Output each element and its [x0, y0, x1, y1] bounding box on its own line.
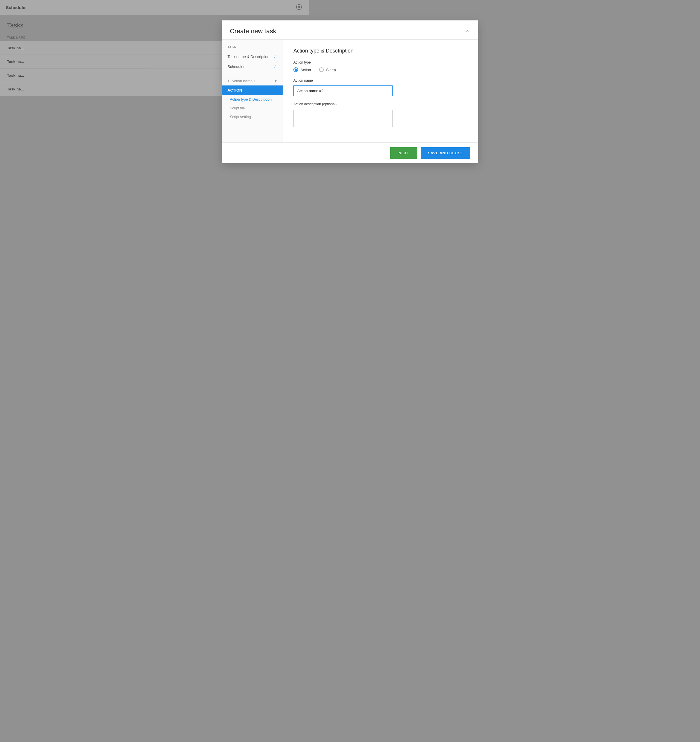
sidebar-item-label: Task name & Description [227, 54, 270, 59]
action-name-input[interactable] [293, 85, 309, 96]
modal-main-content: Action type & Desctription Action type A… [283, 40, 309, 142]
sidebar-sub-item-script-setting[interactable]: Script setting [222, 113, 283, 121]
sidebar-item-action[interactable]: ACTION [222, 85, 283, 95]
action-group-label: 1. Action name 1 [227, 79, 256, 83]
radio-action-circle [293, 68, 298, 72]
action-type-radio-group: Action Sleep [293, 68, 309, 72]
action-description-section: Action description (optional) [293, 102, 309, 128]
sidebar-sub-item-script-file[interactable]: Script file [222, 104, 283, 113]
sidebar-sub-item-action-type[interactable]: Action type & Desctription [222, 95, 283, 104]
create-task-modal: Create new task × TASK Task name & Descr… [222, 21, 309, 163]
modal-header: Create new task × [222, 21, 309, 40]
sidebar-sub-label: Action type & Desctription [230, 97, 271, 102]
check-icon: ✓ [273, 54, 277, 59]
action-type-label: Action type [293, 60, 309, 65]
content-title: Action type & Desctription [293, 48, 309, 54]
sidebar-section-label: TASK [222, 46, 283, 52]
sidebar-item-label: Scheduler [227, 65, 245, 69]
radio-action-label: Action [301, 68, 309, 72]
sidebar-sub-label: Script file [230, 106, 245, 110]
action-type-section: Action type Action Sleep [293, 60, 309, 72]
action-name-section: Action name [293, 78, 309, 96]
action-name-label: Action name [293, 78, 309, 82]
sidebar-action-label: ACTION [227, 88, 242, 93]
modal-sidebar: TASK Task name & Description ✓ Scheduler… [222, 40, 283, 142]
sidebar-item-task-name[interactable]: Task name & Description ✓ [222, 52, 283, 62]
chevron-down-icon: ▾ [275, 79, 277, 83]
sidebar-action-header[interactable]: 1. Action name 1 ▾ [222, 77, 283, 85]
sidebar-sub-label: Script setting [230, 115, 251, 119]
modal-body: TASK Task name & Description ✓ Scheduler… [222, 40, 309, 142]
modal-overlay: Create new task × TASK Task name & Descr… [0, 0, 309, 251]
modal-title: Create new task [230, 27, 276, 35]
radio-action[interactable]: Action [293, 68, 309, 72]
modal-footer: NEXT SAVE AND CLOSE [222, 142, 309, 163]
sidebar-action-group: 1. Action name 1 ▾ ACTION Action type & … [222, 74, 283, 121]
sidebar-item-scheduler[interactable]: Scheduler ✓ [222, 62, 283, 71]
action-description-input[interactable] [293, 110, 309, 127]
check-icon: ✓ [273, 64, 277, 69]
action-description-label: Action description (optional) [293, 102, 309, 106]
